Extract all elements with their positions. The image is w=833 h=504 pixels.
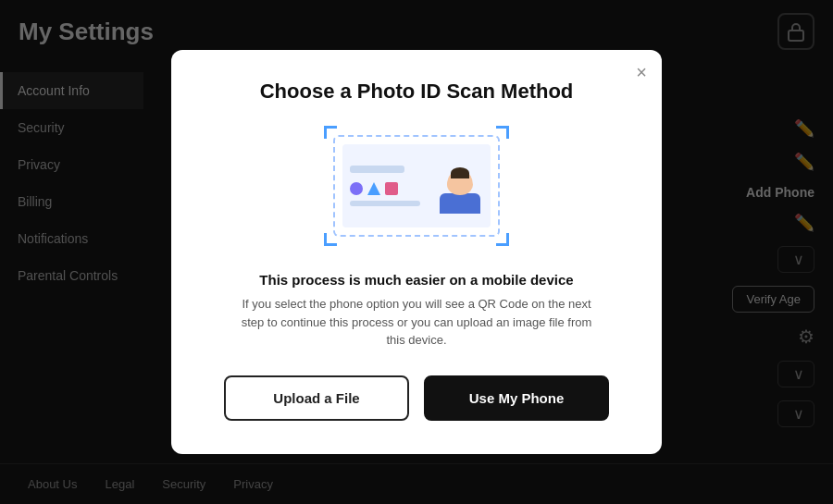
modal-title: Choose a Photo ID Scan Method [260, 80, 574, 104]
avatar-body [440, 193, 480, 214]
modal-info-title: This process is much easier on a mobile … [259, 272, 573, 288]
avatar-head [447, 169, 473, 195]
shape-triangle [367, 182, 380, 195]
avatar-hair [451, 167, 469, 178]
modal-info-desc: If you select the phone option you will … [241, 295, 592, 350]
modal-close-button[interactable]: × [636, 63, 647, 81]
shape-square [385, 182, 398, 195]
id-illustration [324, 126, 509, 246]
id-line-bottom [350, 201, 420, 206]
upload-file-button[interactable]: Upload a File [224, 375, 409, 421]
id-card-lines [350, 166, 428, 206]
modal-actions: Upload a File Use My Phone [205, 375, 628, 421]
id-card-inner [342, 144, 491, 227]
id-line-top [350, 166, 404, 173]
avatar [437, 158, 483, 214]
modal-overlay: × Choose a Photo ID Scan Method [0, 0, 833, 504]
shape-circle [350, 182, 363, 195]
id-shapes [350, 182, 428, 195]
use-my-phone-button[interactable]: Use My Phone [424, 375, 609, 421]
photo-id-modal: × Choose a Photo ID Scan Method [171, 50, 662, 454]
